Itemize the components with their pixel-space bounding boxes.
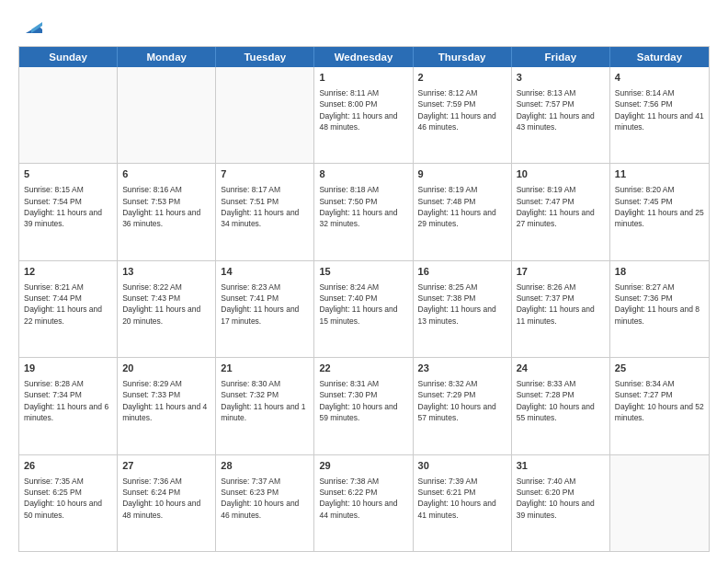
- page: SundayMondayTuesdayWednesdayThursdayFrid…: [0, 0, 728, 563]
- calendar-row-0: 1Sunrise: 8:11 AMSunset: 8:00 PMDaylight…: [19, 67, 709, 163]
- calendar-cell: 6Sunrise: 8:16 AMSunset: 7:53 PMDaylight…: [118, 164, 216, 259]
- day-number: 21: [221, 362, 309, 376]
- day-number: 4: [615, 71, 704, 86]
- calendar-cell: 19Sunrise: 8:28 AMSunset: 7:34 PMDayligh…: [19, 358, 118, 454]
- day-number: 2: [418, 71, 506, 86]
- day-number: 26: [24, 459, 112, 474]
- cell-text: Sunrise: 8:20 AMSunset: 7:45 PMDaylight:…: [615, 184, 704, 229]
- day-number: 11: [615, 167, 704, 182]
- day-number: 22: [319, 362, 407, 376]
- day-number: 8: [319, 167, 407, 182]
- cell-text: Sunrise: 8:26 AMSunset: 7:37 PMDaylight:…: [517, 282, 605, 327]
- calendar-cell: 7Sunrise: 8:17 AMSunset: 7:51 PMDaylight…: [216, 164, 314, 259]
- day-number: 15: [319, 265, 407, 280]
- calendar-cell: 10Sunrise: 8:19 AMSunset: 7:47 PMDayligh…: [512, 164, 610, 259]
- calendar-cell: 18Sunrise: 8:27 AMSunset: 7:36 PMDayligh…: [610, 261, 709, 357]
- calendar-cell: 26Sunrise: 7:35 AMSunset: 6:25 PMDayligh…: [19, 455, 118, 551]
- calendar-cell: [118, 67, 216, 163]
- day-number: 29: [319, 459, 407, 474]
- header-day-tuesday: Tuesday: [216, 47, 314, 67]
- day-number: 14: [221, 265, 309, 280]
- day-number: 25: [615, 362, 704, 376]
- calendar-header: SundayMondayTuesdayWednesdayThursdayFrid…: [19, 47, 709, 67]
- calendar-cell: 23Sunrise: 8:32 AMSunset: 7:29 PMDayligh…: [414, 358, 512, 454]
- calendar-cell: 17Sunrise: 8:26 AMSunset: 7:37 PMDayligh…: [512, 261, 610, 357]
- day-number: 12: [24, 265, 112, 280]
- cell-text: Sunrise: 8:27 AMSunset: 7:36 PMDaylight:…: [615, 282, 704, 327]
- day-number: 24: [517, 362, 605, 376]
- day-number: 16: [418, 265, 506, 280]
- calendar-cell: 11Sunrise: 8:20 AMSunset: 7:45 PMDayligh…: [610, 164, 709, 259]
- cell-text: Sunrise: 8:19 AMSunset: 7:47 PMDaylight:…: [517, 184, 605, 229]
- logo: [18, 17, 42, 37]
- calendar-cell: 22Sunrise: 8:31 AMSunset: 7:30 PMDayligh…: [314, 358, 413, 454]
- header: [18, 17, 710, 37]
- day-number: 5: [24, 167, 112, 182]
- day-number: 13: [122, 265, 210, 280]
- day-number: 9: [418, 167, 506, 182]
- calendar-cell: [610, 455, 709, 551]
- header-day-saturday: Saturday: [610, 47, 709, 67]
- cell-text: Sunrise: 8:18 AMSunset: 7:50 PMDaylight:…: [319, 184, 407, 229]
- cell-text: Sunrise: 8:15 AMSunset: 7:54 PMDaylight:…: [24, 184, 112, 229]
- cell-text: Sunrise: 8:16 AMSunset: 7:53 PMDaylight:…: [122, 184, 210, 229]
- calendar-cell: 12Sunrise: 8:21 AMSunset: 7:44 PMDayligh…: [19, 261, 118, 357]
- cell-text: Sunrise: 8:17 AMSunset: 7:51 PMDaylight:…: [221, 184, 309, 229]
- calendar-cell: [216, 67, 314, 163]
- cell-text: Sunrise: 7:40 AMSunset: 6:20 PMDaylight:…: [517, 476, 605, 521]
- cell-text: Sunrise: 8:30 AMSunset: 7:32 PMDaylight:…: [221, 378, 309, 423]
- day-number: 1: [319, 71, 407, 86]
- cell-text: Sunrise: 7:35 AMSunset: 6:25 PMDaylight:…: [24, 476, 112, 521]
- calendar-cell: 13Sunrise: 8:22 AMSunset: 7:43 PMDayligh…: [118, 261, 216, 357]
- calendar-cell: 31Sunrise: 7:40 AMSunset: 6:20 PMDayligh…: [512, 455, 610, 551]
- calendar-cell: 9Sunrise: 8:19 AMSunset: 7:48 PMDaylight…: [414, 164, 512, 259]
- day-number: 28: [221, 459, 309, 474]
- cell-text: Sunrise: 8:23 AMSunset: 7:41 PMDaylight:…: [221, 282, 309, 327]
- cell-text: Sunrise: 7:38 AMSunset: 6:22 PMDaylight:…: [319, 476, 407, 521]
- calendar-row-4: 26Sunrise: 7:35 AMSunset: 6:25 PMDayligh…: [19, 454, 709, 551]
- cell-text: Sunrise: 8:19 AMSunset: 7:48 PMDaylight:…: [418, 184, 506, 229]
- day-number: 17: [517, 265, 605, 280]
- day-number: 7: [221, 167, 309, 182]
- calendar-cell: 21Sunrise: 8:30 AMSunset: 7:32 PMDayligh…: [216, 358, 314, 454]
- calendar-cell: 16Sunrise: 8:25 AMSunset: 7:38 PMDayligh…: [414, 261, 512, 357]
- calendar-cell: 1Sunrise: 8:11 AMSunset: 8:00 PMDaylight…: [314, 67, 413, 163]
- calendar-cell: [19, 67, 118, 163]
- day-number: 30: [418, 459, 506, 474]
- calendar-cell: 24Sunrise: 8:33 AMSunset: 7:28 PMDayligh…: [512, 358, 610, 454]
- cell-text: Sunrise: 8:29 AMSunset: 7:33 PMDaylight:…: [122, 378, 210, 423]
- day-number: 27: [122, 459, 210, 474]
- cell-text: Sunrise: 8:33 AMSunset: 7:28 PMDaylight:…: [517, 378, 605, 423]
- cell-text: Sunrise: 7:36 AMSunset: 6:24 PMDaylight:…: [122, 476, 210, 521]
- calendar: SundayMondayTuesdayWednesdayThursdayFrid…: [18, 46, 710, 552]
- cell-text: Sunrise: 8:32 AMSunset: 7:29 PMDaylight:…: [418, 378, 506, 423]
- cell-text: Sunrise: 8:28 AMSunset: 7:34 PMDaylight:…: [24, 378, 112, 423]
- header-day-wednesday: Wednesday: [314, 47, 413, 67]
- cell-text: Sunrise: 8:21 AMSunset: 7:44 PMDaylight:…: [24, 282, 112, 327]
- day-number: 18: [615, 265, 704, 280]
- header-day-thursday: Thursday: [414, 47, 512, 67]
- calendar-cell: 15Sunrise: 8:24 AMSunset: 7:40 PMDayligh…: [314, 261, 413, 357]
- calendar-cell: 20Sunrise: 8:29 AMSunset: 7:33 PMDayligh…: [118, 358, 216, 454]
- cell-text: Sunrise: 8:13 AMSunset: 7:57 PMDaylight:…: [517, 87, 605, 132]
- day-number: 20: [122, 362, 210, 376]
- calendar-cell: 14Sunrise: 8:23 AMSunset: 7:41 PMDayligh…: [216, 261, 314, 357]
- calendar-cell: 27Sunrise: 7:36 AMSunset: 6:24 PMDayligh…: [118, 455, 216, 551]
- calendar-cell: 30Sunrise: 7:39 AMSunset: 6:21 PMDayligh…: [414, 455, 512, 551]
- cell-text: Sunrise: 8:22 AMSunset: 7:43 PMDaylight:…: [122, 282, 210, 327]
- calendar-cell: 29Sunrise: 7:38 AMSunset: 6:22 PMDayligh…: [314, 455, 413, 551]
- day-number: 19: [24, 362, 112, 376]
- cell-text: Sunrise: 8:11 AMSunset: 8:00 PMDaylight:…: [319, 87, 407, 132]
- day-number: 10: [517, 167, 605, 182]
- calendar-cell: 8Sunrise: 8:18 AMSunset: 7:50 PMDaylight…: [314, 164, 413, 259]
- cell-text: Sunrise: 8:12 AMSunset: 7:59 PMDaylight:…: [418, 87, 506, 132]
- cell-text: Sunrise: 8:14 AMSunset: 7:56 PMDaylight:…: [615, 87, 704, 132]
- calendar-cell: 25Sunrise: 8:34 AMSunset: 7:27 PMDayligh…: [610, 358, 709, 454]
- cell-text: Sunrise: 7:37 AMSunset: 6:23 PMDaylight:…: [221, 476, 309, 521]
- calendar-cell: 2Sunrise: 8:12 AMSunset: 7:59 PMDaylight…: [414, 67, 512, 163]
- day-number: 23: [418, 362, 506, 376]
- cell-text: Sunrise: 7:39 AMSunset: 6:21 PMDaylight:…: [418, 476, 506, 521]
- calendar-cell: 28Sunrise: 7:37 AMSunset: 6:23 PMDayligh…: [216, 455, 314, 551]
- day-number: 3: [517, 71, 605, 86]
- header-day-monday: Monday: [118, 47, 216, 67]
